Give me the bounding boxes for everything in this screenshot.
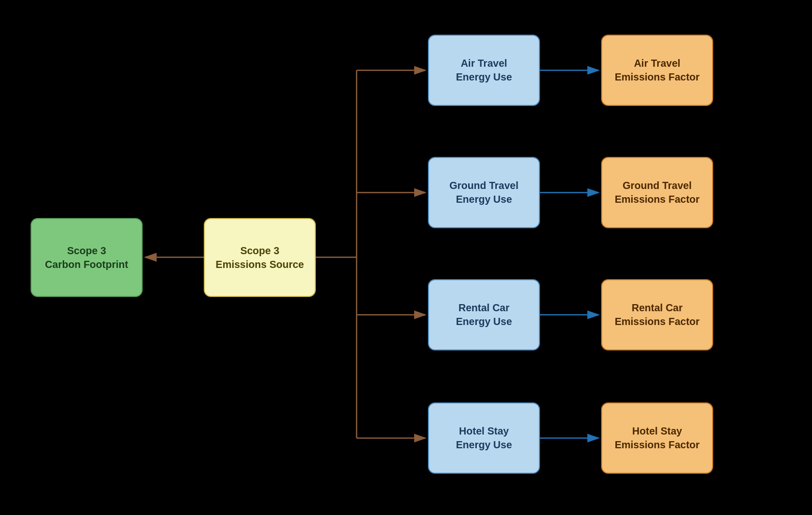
ground-travel-emissions-factor-label: Ground TravelEmissions Factor	[615, 179, 700, 206]
diagram: Scope 3Carbon Footprint Scope 3Emissions…	[0, 0, 812, 515]
rental-car-energy-use-node: Rental CarEnergy Use	[428, 279, 540, 350]
air-travel-emissions-factor-node: Air TravelEmissions Factor	[601, 35, 713, 106]
hotel-stay-energy-use-node: Hotel StayEnergy Use	[428, 402, 540, 474]
scope-carbon-footprint-label: Scope 3Carbon Footprint	[45, 244, 128, 272]
ground-travel-energy-use-label: Ground TravelEnergy Use	[449, 179, 519, 206]
rental-car-emissions-factor-node: Rental CarEmissions Factor	[601, 279, 713, 350]
rental-car-emissions-factor-label: Rental CarEmissions Factor	[615, 301, 700, 329]
hotel-stay-emissions-factor-node: Hotel StayEmissions Factor	[601, 402, 713, 474]
ground-travel-emissions-factor-node: Ground TravelEmissions Factor	[601, 157, 713, 228]
scope-emissions-source-node: Scope 3Emissions Source	[204, 218, 316, 297]
ground-travel-energy-use-node: Ground TravelEnergy Use	[428, 157, 540, 228]
air-travel-energy-use-node: Air TravelEnergy Use	[428, 35, 540, 106]
hotel-stay-emissions-factor-label: Hotel StayEmissions Factor	[615, 424, 700, 452]
scope-carbon-footprint-node: Scope 3Carbon Footprint	[31, 218, 143, 297]
hotel-stay-energy-use-label: Hotel StayEnergy Use	[456, 424, 512, 452]
rental-car-energy-use-label: Rental CarEnergy Use	[456, 301, 512, 329]
air-travel-emissions-factor-label: Air TravelEmissions Factor	[615, 57, 700, 84]
air-travel-energy-use-label: Air TravelEnergy Use	[456, 57, 512, 84]
scope-emissions-source-label: Scope 3Emissions Source	[215, 244, 304, 272]
